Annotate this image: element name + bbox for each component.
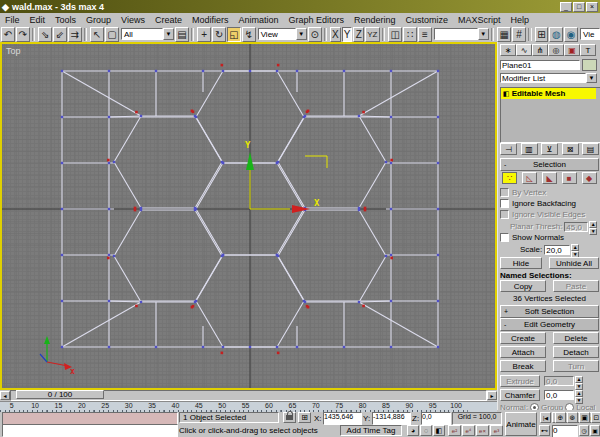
normal-group-radio[interactable] [530, 403, 539, 410]
viewport-canvas[interactable]: Top YXx [2, 44, 495, 388]
track-view-icon[interactable]: ▦ [497, 27, 511, 42]
extrude-button[interactable]: Extrude [500, 375, 540, 387]
utilities-tab-icon[interactable]: T [580, 44, 596, 56]
unhide-all-button[interactable]: Unhide All [549, 257, 599, 269]
copy-button[interactable]: Copy [500, 280, 546, 292]
selection-filter-dropdown[interactable]: All ▼ [121, 27, 174, 41]
object-name-field[interactable]: Plane01 [500, 60, 580, 70]
select-and-move-icon[interactable]: + [197, 27, 211, 42]
slider-prev-icon[interactable]: ◂ [0, 391, 10, 400]
restrict-z-button[interactable]: Z [353, 27, 364, 42]
close-button[interactable]: × [586, 2, 598, 12]
ignore-visible-edges-checkbox[interactable] [500, 210, 509, 219]
snap-mode-icon[interactable]: e× [476, 425, 489, 436]
menu-item[interactable]: Create [150, 15, 187, 25]
unlink-selection-icon[interactable]: ⇙ [53, 27, 67, 42]
stack-tool-icon[interactable]: ⊻ [541, 143, 558, 155]
break-button[interactable]: Break [500, 360, 546, 372]
scale-field[interactable]: 20,0 [544, 245, 570, 255]
stack-tool-icon[interactable]: ⊣ [500, 143, 517, 155]
chamfer-field[interactable]: 0,0 [544, 390, 574, 400]
undo-icon[interactable]: ↶ [1, 27, 15, 42]
menu-item[interactable]: File [0, 15, 25, 25]
add-time-tag[interactable]: Add Time Tag [340, 425, 402, 436]
zoom-nav-icon[interactable]: ▣ [579, 412, 590, 423]
motion-tab-icon[interactable]: ◎ [548, 44, 564, 56]
menu-item[interactable]: Graph Editors [283, 15, 349, 25]
snap-mode-icon[interactable]: e⁴ [462, 425, 475, 436]
select-and-scale-icon[interactable]: ◱ [227, 27, 241, 42]
select-and-rotate-icon[interactable]: ↻ [212, 27, 226, 42]
editable-mesh-wireframe[interactable]: YXx [2, 44, 495, 388]
by-vertex-checkbox[interactable] [500, 188, 509, 197]
element-mode-icon[interactable]: ◆ [582, 172, 597, 184]
menu-item[interactable]: Help [506, 15, 535, 25]
snap-toggle-icon[interactable]: ◕ [407, 425, 419, 436]
extrude-field[interactable]: 0,0 [544, 376, 574, 386]
zoom-nav-icon[interactable]: ⊕ [555, 412, 566, 423]
snap-mode-icon[interactable]: e² [448, 425, 461, 436]
menu-item[interactable]: Rendering [349, 15, 401, 25]
hide-button[interactable]: Hide [500, 257, 542, 269]
attach-button[interactable]: Attach [500, 346, 546, 358]
viewport-label[interactable]: Top [6, 46, 21, 56]
reference-coordinate-dropdown[interactable]: View ▼ [258, 27, 307, 41]
soft-selection-rollout-header[interactable]: + Soft Selection [500, 305, 599, 318]
show-normals-checkbox[interactable] [500, 233, 509, 242]
quick-render-icon[interactable]: ◉ [564, 27, 578, 42]
polygon-mode-icon[interactable]: ■ [562, 172, 577, 184]
rect-selection-region-icon[interactable]: ▢ [105, 27, 119, 42]
edit-geometry-rollout-header[interactable]: - Edit Geometry [500, 318, 599, 331]
use-center-icon[interactable]: ⊙ [308, 27, 322, 42]
stack-tool-icon[interactable]: ▥ [521, 143, 538, 155]
paste-button[interactable]: Paste [553, 280, 599, 292]
ignore-backfacing-checkbox[interactable] [500, 199, 509, 208]
animate-button[interactable]: Animate [505, 412, 537, 436]
current-frame-field[interactable]: 0 [552, 425, 578, 437]
menu-item[interactable]: Views [116, 15, 150, 25]
time-slider-handle[interactable]: 0 / 100 [16, 390, 104, 399]
menu-item[interactable]: Customize [401, 15, 454, 25]
modifier-stack[interactable]: ◧ Editable Mesh [500, 87, 600, 143]
menu-item[interactable]: Tools [50, 15, 81, 25]
restrict-plane-button[interactable]: YZ [365, 27, 380, 42]
modify-tab-icon[interactable]: ∿ [516, 44, 532, 56]
selection-lock-button[interactable] [283, 412, 296, 423]
y-coordinate-field[interactable]: -1314,886 [372, 412, 411, 425]
menu-item[interactable]: Group [81, 15, 116, 25]
named-selection-sets-dropdown[interactable]: ▼ [434, 27, 489, 41]
snap-mode-icon[interactable]: e³ [490, 425, 503, 436]
schematic-view-icon[interactable]: # [512, 27, 526, 42]
viewport-top[interactable]: Top YXx [0, 42, 497, 390]
selection-rollout-header[interactable]: - Selection [500, 158, 599, 171]
normal-local-radio[interactable] [565, 403, 574, 410]
turn-button[interactable]: Turn [553, 360, 599, 372]
zoom-nav-icon[interactable]: ⊡ [591, 412, 600, 423]
vertex-mode-icon[interactable]: ∵ [502, 172, 517, 184]
select-object-icon[interactable]: ↖ [90, 27, 104, 42]
select-by-name-icon[interactable]: ▤ [175, 27, 189, 42]
create-tab-icon[interactable]: ∗ [500, 44, 516, 56]
restrict-y-button[interactable]: Y [342, 27, 353, 42]
redo-icon[interactable]: ↷ [16, 27, 30, 42]
x-coordinate-field[interactable]: 1435,646 [323, 412, 362, 425]
planar-thresh-field[interactable]: 45,0 [564, 222, 588, 232]
bind-to-spacewarp-icon[interactable]: ⇉ [68, 27, 82, 42]
chevron-down-icon[interactable]: ▼ [478, 28, 489, 40]
menu-item[interactable]: Edit [25, 15, 51, 25]
chamfer-button[interactable]: Chamfer [500, 389, 540, 401]
array-icon[interactable]: ∷ [403, 27, 417, 42]
delete-button[interactable]: Delete [553, 332, 599, 344]
nav-icon[interactable]: ▣ [590, 425, 600, 436]
planar-thresh-spinner[interactable]: ▲▼ [589, 221, 597, 232]
align-icon[interactable]: ≡ [418, 27, 432, 42]
zoom-nav-icon[interactable]: ⊛ [567, 412, 578, 423]
snap-toggle-icon[interactable]: ◌ [420, 425, 432, 436]
slider-next-icon[interactable]: ▸ [487, 391, 497, 400]
menu-item[interactable]: MAXScript [453, 15, 506, 25]
restrict-x-button[interactable]: X [330, 27, 341, 42]
object-color-swatch[interactable] [582, 59, 597, 71]
render-scene-icon[interactable]: ◍ [549, 27, 563, 42]
extrude-spinner[interactable]: ▲▼ [575, 376, 583, 387]
key-mode-toggle[interactable]: ⊷ [539, 425, 550, 436]
